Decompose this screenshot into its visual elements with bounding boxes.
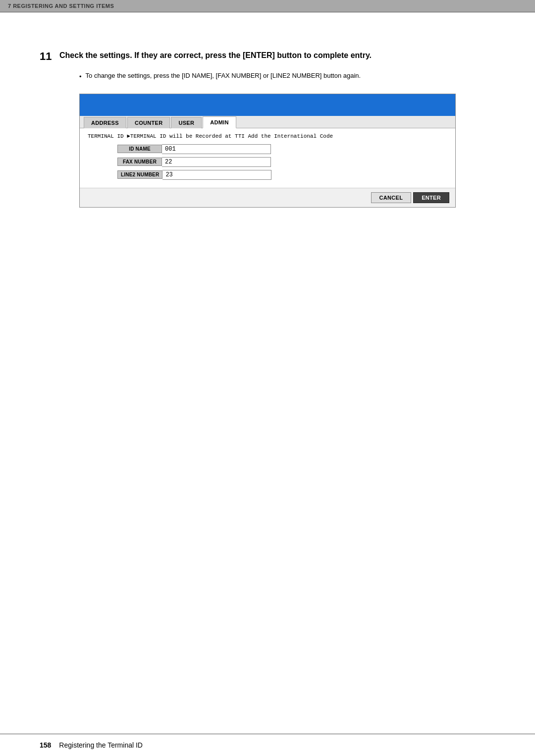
enter-button[interactable]: Enter bbox=[413, 192, 449, 203]
line2-number-input[interactable] bbox=[162, 170, 271, 180]
tab-user[interactable]: User bbox=[171, 117, 202, 128]
form-row-id-name: ID NAME bbox=[117, 144, 447, 154]
step-container: 11 Check the settings. If they are corre… bbox=[40, 50, 495, 63]
panel-tabs: Address Counter User Admin bbox=[80, 116, 455, 128]
ui-panel: Address Counter User Admin TERMINAL ID ►… bbox=[79, 94, 456, 208]
panel-footer: Cancel Enter bbox=[80, 188, 455, 207]
tab-address[interactable]: Address bbox=[84, 117, 126, 128]
panel-body: TERMINAL ID ►TERMINAL ID will be Recorde… bbox=[80, 128, 455, 188]
bottom-footer: 158 Registering the Terminal ID bbox=[0, 734, 535, 756]
form-row-fax-number: FAX NUMBER bbox=[117, 157, 447, 167]
tab-counter[interactable]: Counter bbox=[127, 117, 170, 128]
page-title: Registering the Terminal ID bbox=[59, 741, 143, 749]
section-label: 7 Registering and Setting Items bbox=[8, 3, 114, 9]
bullet-item: • To change the settings, press the [ID … bbox=[79, 71, 495, 82]
top-header-bar: 7 Registering and Setting Items bbox=[0, 0, 535, 12]
bullet-text: To change the settings, press the [ID NA… bbox=[86, 71, 361, 81]
tab-admin[interactable]: Admin bbox=[203, 116, 236, 128]
line2-number-button[interactable]: LINE2 NUMBER bbox=[117, 170, 162, 179]
id-name-button[interactable]: ID NAME bbox=[117, 145, 162, 153]
main-content: 11 Check the settings. If they are corre… bbox=[0, 12, 535, 227]
id-name-input[interactable] bbox=[162, 144, 271, 154]
bullet-dot: • bbox=[79, 72, 82, 82]
fax-number-input[interactable] bbox=[162, 157, 271, 167]
fax-number-button[interactable]: FAX NUMBER bbox=[117, 158, 162, 166]
form-rows: ID NAME FAX NUMBER LINE2 NUMBER bbox=[117, 144, 447, 180]
cancel-button[interactable]: Cancel bbox=[371, 192, 412, 203]
page-number: 158 bbox=[40, 741, 51, 749]
panel-header-bar bbox=[80, 94, 455, 116]
terminal-info: TERMINAL ID ►TERMINAL ID will be Recorde… bbox=[88, 133, 447, 139]
form-row-line2-number: LINE2 NUMBER bbox=[117, 170, 447, 180]
bullet-container: • To change the settings, press the [ID … bbox=[79, 71, 495, 82]
step-number: 11 bbox=[40, 50, 54, 63]
step-text: Check the settings. If they are correct,… bbox=[59, 50, 372, 61]
